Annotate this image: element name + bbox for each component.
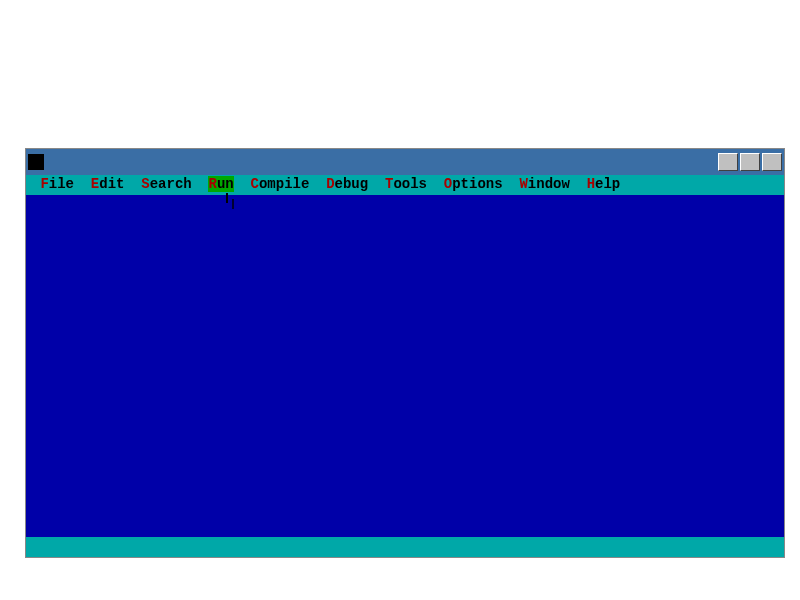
window-buttons	[718, 153, 782, 171]
ide-window: File Edit Search Run Compile Debug Tools…	[25, 148, 785, 558]
maximize-button[interactable]	[740, 153, 760, 171]
system-menu-icon[interactable]	[28, 154, 44, 170]
ide-workspace: File Edit Search Run Compile Debug Tools…	[26, 175, 784, 557]
titlebar	[26, 149, 784, 175]
run-menu-dropdown[interactable]	[226, 193, 228, 203]
close-button[interactable]	[762, 153, 782, 171]
menubar[interactable]: File Edit Search Run Compile Debug Tools…	[26, 175, 784, 195]
minimize-button[interactable]	[718, 153, 738, 171]
statusbar	[26, 537, 784, 557]
